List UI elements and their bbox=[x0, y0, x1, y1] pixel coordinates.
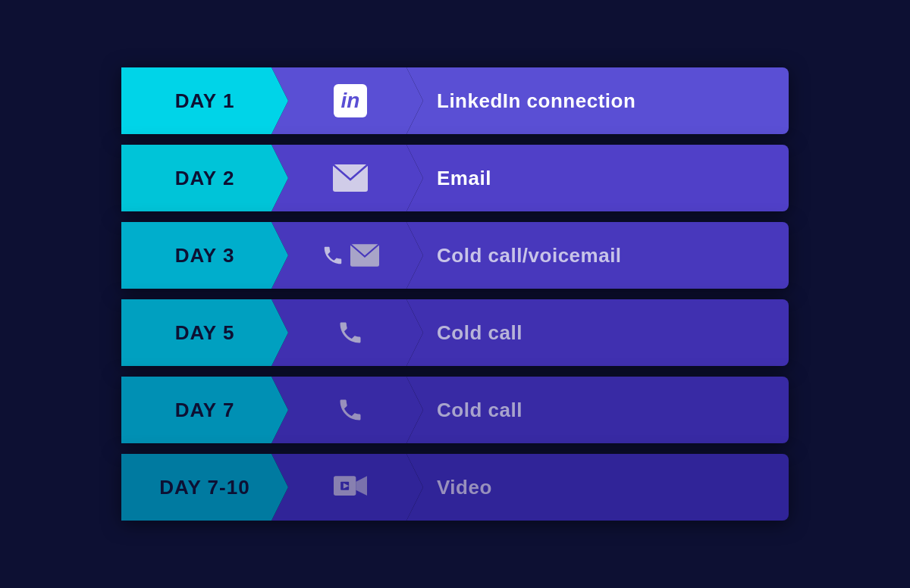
phone-icon bbox=[322, 244, 344, 267]
action-cell-4: Cold call bbox=[406, 299, 789, 366]
action-label-4: Cold call bbox=[437, 321, 522, 345]
action-label-6: Video bbox=[437, 476, 492, 499]
sequence-container: DAY 1 in LinkedIn connection DAY 2 Email bbox=[121, 67, 789, 521]
day-cell-1: DAY 1 bbox=[121, 67, 288, 134]
day-cell-6: DAY 7-10 bbox=[121, 454, 288, 521]
action-cell-6: Video bbox=[406, 454, 789, 521]
action-label-2: Email bbox=[437, 167, 491, 190]
sequence-row-3: DAY 3 Cold call/voicemail bbox=[121, 222, 789, 289]
day-cell-4: DAY 5 bbox=[121, 299, 288, 366]
action-label-3: Cold call/voicemail bbox=[437, 244, 622, 267]
icon-cell-5 bbox=[271, 377, 423, 443]
day-cell-2: DAY 2 bbox=[121, 145, 288, 211]
icon-cell-3 bbox=[271, 222, 423, 289]
phone-icon-3 bbox=[337, 396, 364, 424]
email-icon bbox=[333, 164, 368, 192]
day-label-2: DAY 2 bbox=[175, 167, 235, 190]
action-cell-1: LinkedIn connection bbox=[406, 67, 789, 134]
svg-marker-3 bbox=[356, 476, 367, 496]
day-label-5: DAY 7 bbox=[175, 399, 235, 422]
day-label-1: DAY 1 bbox=[175, 89, 235, 113]
sequence-row-5: DAY 7 Cold call bbox=[121, 377, 789, 443]
day-label-6: DAY 7-10 bbox=[159, 476, 249, 499]
icon-cell-1: in bbox=[271, 67, 423, 134]
action-label-1: LinkedIn connection bbox=[437, 89, 635, 113]
action-cell-2: Email bbox=[406, 145, 789, 211]
icon-cell-6 bbox=[271, 454, 423, 521]
icon-cell-2 bbox=[271, 145, 423, 211]
day-label-3: DAY 3 bbox=[175, 244, 235, 267]
sequence-row-1: DAY 1 in LinkedIn connection bbox=[121, 67, 789, 134]
day-cell-3: DAY 3 bbox=[121, 222, 288, 289]
icon-cell-4 bbox=[271, 299, 423, 366]
phone-icon-2 bbox=[337, 319, 364, 346]
linkedin-icon: in bbox=[334, 84, 367, 117]
sequence-row-2: DAY 2 Email bbox=[121, 145, 789, 211]
day-label-4: DAY 5 bbox=[175, 321, 235, 345]
action-cell-5: Cold call bbox=[406, 377, 789, 443]
action-label-5: Cold call bbox=[437, 399, 522, 422]
sequence-row-4: DAY 5 Cold call bbox=[121, 299, 789, 366]
sequence-row-6: DAY 7-10 Video bbox=[121, 454, 789, 521]
day-cell-5: DAY 7 bbox=[121, 377, 288, 443]
action-cell-3: Cold call/voicemail bbox=[406, 222, 789, 289]
email-icon-sm bbox=[350, 244, 379, 267]
video-icon bbox=[334, 474, 367, 500]
